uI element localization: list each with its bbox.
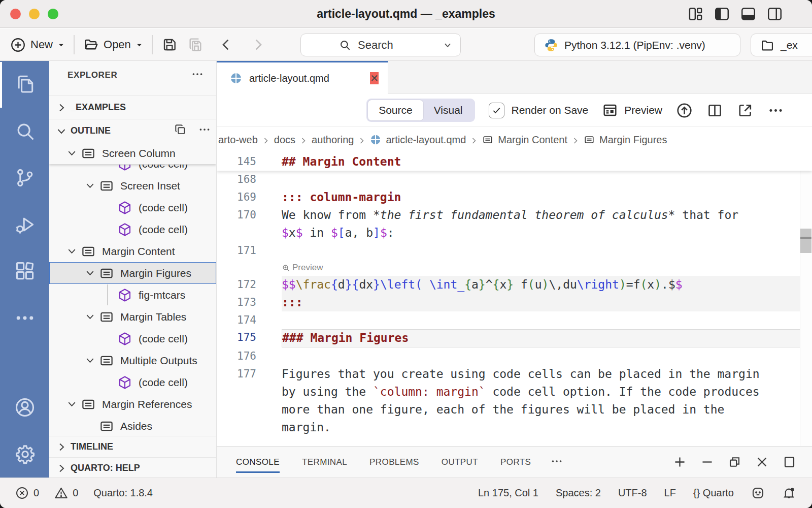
code-line-172[interactable]: 172$$\frac{d}{dx}\left( \int_{a}^{x} f(u… [217, 276, 812, 294]
account-icon[interactable] [0, 384, 49, 431]
forward-button[interactable] [250, 37, 266, 53]
outline-item-multiple-outputs[interactable]: Multiple Outputs [49, 350, 216, 371]
status-feedback[interactable] [751, 486, 765, 500]
outline-item-screen-inset[interactable]: Screen Inset [49, 175, 216, 197]
chevron-down-icon[interactable] [81, 264, 99, 282]
outline-item-code-cell[interactable]: (code cell) [49, 164, 216, 175]
panel-restore-icon[interactable] [727, 455, 742, 469]
chevron-down-icon[interactable] [62, 242, 81, 261]
save-button[interactable] [161, 37, 178, 53]
open-external-icon[interactable] [737, 102, 754, 119]
editor-code-area[interactable]: 145## Margin Content168169::: column-mar… [217, 152, 812, 446]
code-line-177[interactable]: 177Figures that you create using code ce… [217, 365, 812, 383]
sidebar-section-examples[interactable]: _EXAMPLES [49, 96, 216, 119]
code-line-145[interactable]: 145## Margin Content [217, 152, 812, 171]
search-activity-icon[interactable] [0, 108, 49, 154]
new-button[interactable]: New [10, 37, 65, 53]
code-line-wrap[interactable]: $x$ in $[a, b]$: [217, 224, 812, 242]
panel-more-tabs-icon[interactable] [550, 455, 563, 470]
panel-tab-output[interactable]: OUTPUT [442, 447, 478, 478]
code-line-wrap[interactable]: margin. [217, 419, 812, 436]
status-notifications[interactable] [782, 486, 796, 500]
panel-tab-problems[interactable]: PROBLEMS [369, 447, 419, 478]
collapse-all-icon[interactable] [174, 123, 187, 139]
chevron-down-icon[interactable] [81, 308, 99, 326]
breadcrumb-item-docs[interactable]: docs [274, 134, 295, 146]
panel-maximize-icon[interactable] [782, 455, 797, 469]
search-input[interactable]: Search [300, 34, 461, 56]
outline-item-margin-figures[interactable]: Margin Figures [49, 262, 216, 284]
chevron-down-icon[interactable] [81, 177, 99, 195]
outline-item-code-cell[interactable]: (code cell) [49, 328, 216, 350]
toggle-secondary-sidebar-icon[interactable] [767, 6, 783, 22]
panel-tab-console[interactable]: CONSOLE [236, 447, 280, 478]
status-language-mode[interactable]: {} Quarto [693, 487, 734, 499]
panel-new-terminal-icon[interactable] [672, 455, 687, 469]
toggle-panel-icon[interactable] [740, 6, 756, 22]
sidebar-section-quarto-help[interactable]: QUARTO: HELP [49, 457, 216, 478]
chevron-down-icon[interactable] [62, 395, 81, 414]
outline-more-actions-icon[interactable] [198, 123, 211, 139]
open-button[interactable]: Open [83, 37, 143, 53]
source-control-activity-icon[interactable] [0, 154, 49, 201]
outline-item-margin-tables[interactable]: Margin Tables [49, 306, 216, 328]
tab-close-icon[interactable]: ✕ [370, 72, 379, 84]
outline-item-margin-references[interactable]: Margin References [49, 393, 216, 415]
run-debug-activity-icon[interactable] [0, 201, 49, 248]
codelens-preview-link[interactable]: Preview [282, 260, 812, 276]
editor-more-actions-icon[interactable] [767, 102, 784, 119]
breadcrumb-item-arto-web[interactable]: arto-web [218, 134, 258, 146]
customize-layout-icon[interactable] [688, 6, 703, 22]
status-error-count[interactable]: 0 [15, 486, 39, 500]
scrollbar-thumb[interactable] [800, 229, 811, 253]
preview-button[interactable]: Preview [602, 102, 662, 118]
panel-tab-ports[interactable]: PORTS [500, 447, 531, 478]
outline-item-code-cell[interactable]: (code cell) [49, 218, 216, 240]
status-indentation[interactable]: Spaces: 2 [556, 487, 601, 499]
codelens-row[interactable]: Preview [217, 260, 812, 276]
outline-item-screen-column[interactable]: Screen Column [49, 142, 216, 164]
panel-close-icon[interactable] [755, 455, 769, 469]
code-line-168[interactable]: 168 [217, 171, 812, 188]
save-all-button[interactable] [188, 37, 204, 53]
python-interpreter-button[interactable]: Python 3.12.1 (PipEnv: .venv) [534, 34, 740, 56]
sidebar-section-timeline[interactable]: TIMELINE [49, 436, 216, 457]
mode-source-button[interactable]: Source [368, 100, 423, 120]
outline-item-margin-content[interactable]: Margin Content [49, 240, 216, 262]
extensions-activity-icon[interactable] [0, 248, 49, 295]
tab-article-layout[interactable]: article-layout.qmd ✕ [217, 61, 388, 94]
workspace-button[interactable]: _ex [751, 34, 812, 56]
status-encoding[interactable]: UTF-8 [618, 487, 647, 499]
code-line-176[interactable]: 176 [217, 347, 812, 365]
status-warning-count[interactable]: 0 [54, 486, 78, 500]
explorer-activity-icon[interactable] [0, 61, 49, 108]
code-line-175[interactable]: 175### Margin Figures [217, 329, 812, 347]
code-line-169[interactable]: 169::: column-margin [217, 188, 812, 206]
outline-item-code-cell[interactable]: (code cell) [49, 197, 216, 218]
status-cursor-position[interactable]: Ln 175, Col 1 [478, 487, 538, 499]
toggle-primary-sidebar-icon[interactable] [714, 6, 730, 22]
panel-minimize-icon[interactable] [700, 455, 715, 469]
explorer-more-actions-icon[interactable] [191, 68, 204, 83]
render-document-icon[interactable] [676, 102, 693, 119]
code-line-170[interactable]: 170We know from *the first fundamental t… [217, 206, 812, 224]
status-eol[interactable]: LF [664, 487, 676, 499]
back-button[interactable] [218, 37, 234, 53]
mode-visual-button[interactable]: Visual [423, 100, 473, 120]
editor-scrollbar[interactable] [800, 152, 812, 446]
code-line-174[interactable]: 174 [217, 311, 812, 329]
more-views-icon[interactable] [0, 295, 49, 341]
code-line-wrap[interactable]: more than one figure, each of the figure… [217, 401, 812, 419]
outline-item-asides[interactable]: Asides [49, 415, 216, 436]
render-on-save-checkbox[interactable] [489, 103, 504, 118]
chevron-down-icon[interactable] [81, 352, 99, 370]
outline-item-code-cell[interactable]: (code cell) [49, 371, 216, 393]
breadcrumb-item-authoring[interactable]: authoring [312, 134, 354, 146]
code-line-wrap[interactable]: by using the `column: margin` code cell … [217, 383, 812, 401]
sidebar-section-outline[interactable]: OUTLINE [49, 119, 216, 142]
breadcrumb-item-margin-content[interactable]: Margin Content [482, 134, 567, 146]
split-editor-icon[interactable] [706, 102, 723, 119]
chevron-down-icon[interactable] [62, 144, 81, 163]
breadcrumb-item-margin-figures[interactable]: Margin Figures [584, 134, 667, 146]
breadcrumb-item-article-layout-qmd[interactable]: article-layout.qmd [370, 134, 466, 146]
